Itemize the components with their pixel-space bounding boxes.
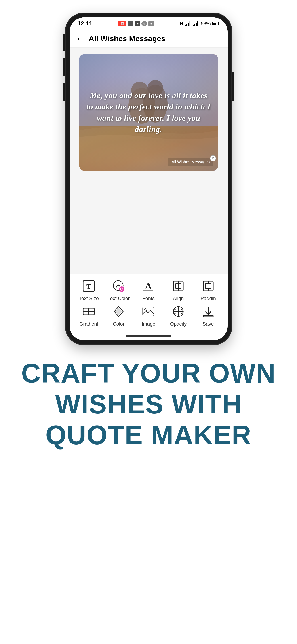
padding-icon <box>201 278 216 294</box>
text-color-label: Text Color <box>107 296 130 302</box>
padding-button[interactable]: Paddin <box>196 278 221 302</box>
image-button[interactable]: Image <box>136 304 161 327</box>
fonts-label: Fonts <box>142 296 155 302</box>
app-icon-4: ◎ <box>141 21 147 26</box>
text-size-button[interactable]: T Text Size <box>76 278 101 302</box>
status-app-icons: 🀄 ⊞ ◎ ◉ <box>118 21 154 26</box>
text-size-icon: T <box>81 278 96 294</box>
bottom-heading: CRAFT YOUR OWN WISHES WITH QUOTE MAKER <box>8 358 289 450</box>
svg-rect-2 <box>188 23 189 26</box>
status-time: 12:11 <box>77 20 92 27</box>
save-label: Save <box>203 321 214 327</box>
home-bar <box>126 335 171 337</box>
svg-point-22 <box>121 288 123 290</box>
text-color-button[interactable]: Text Color <box>106 278 131 302</box>
save-button[interactable]: Save <box>196 304 221 327</box>
bottom-toolbar: T Text Size <box>69 274 228 332</box>
svg-rect-6 <box>196 23 197 26</box>
padding-label: Paddin <box>201 296 216 302</box>
signal-icon <box>185 22 191 26</box>
craft-line-1: CRAFT YOUR OWN <box>21 358 276 389</box>
svg-text:T: T <box>86 283 91 290</box>
svg-point-40 <box>145 308 147 311</box>
nav-title: All Wishes Messages <box>89 34 166 43</box>
opacity-icon <box>171 304 186 319</box>
battery-text: 58% <box>201 21 211 26</box>
craft-line-3: QUOTE MAKER <box>21 420 276 450</box>
svg-rect-30 <box>206 283 211 289</box>
image-icon <box>141 304 156 319</box>
align-label: Align <box>173 296 184 302</box>
back-button[interactable]: ← <box>76 34 84 44</box>
fonts-icon: A <box>141 278 156 294</box>
svg-rect-1 <box>186 24 187 26</box>
battery-icon <box>212 22 220 26</box>
toolbar-row-1: T Text Size <box>74 278 223 302</box>
svg-rect-7 <box>197 22 198 26</box>
app-icon-5: ◉ <box>148 21 154 26</box>
fonts-button[interactable]: A Fonts <box>136 278 161 302</box>
svg-rect-39 <box>143 307 154 316</box>
app-icon-2 <box>128 21 133 26</box>
color-label: Color <box>113 321 125 327</box>
signal-icon-2 <box>193 22 199 26</box>
top-nav: ← All Wishes Messages <box>69 30 228 48</box>
phone-screen: 12:11 🀄 ⊞ ◎ <box>69 18 228 340</box>
text-size-label: Text Size <box>79 296 99 302</box>
gradient-label: Gradient <box>79 321 98 327</box>
app-icon-1: 🀄 <box>118 21 126 26</box>
gradient-button[interactable]: Gradient <box>76 304 101 327</box>
align-icon <box>171 278 186 294</box>
image-label: Image <box>142 321 155 327</box>
svg-rect-10 <box>213 22 216 25</box>
svg-rect-9 <box>219 23 219 24</box>
main-content: Me, you and our love is all it takes to … <box>69 48 228 274</box>
svg-rect-5 <box>194 24 195 26</box>
svg-rect-4 <box>193 24 194 26</box>
watermark-container: All Wishes Messages × <box>168 158 213 166</box>
svg-rect-46 <box>203 315 213 317</box>
status-bar: 12:11 🀄 ⊞ ◎ <box>69 18 228 30</box>
opacity-button[interactable]: Opacity <box>166 304 191 327</box>
text-color-icon <box>111 278 126 294</box>
craft-line-2: WISHES WITH <box>21 389 276 420</box>
align-button[interactable]: Align <box>166 278 191 302</box>
app-icon-3: ⊞ <box>135 21 140 26</box>
image-card: Me, you and our love is all it takes to … <box>79 54 218 170</box>
svg-rect-3 <box>189 22 190 26</box>
quote-text: Me, you and our love is all it takes to … <box>86 90 211 135</box>
page-wrapper: 12:11 🀄 ⊞ ◎ <box>0 0 297 644</box>
gradient-icon <box>81 304 96 319</box>
watermark-close-button[interactable]: × <box>210 155 216 162</box>
watermark: All Wishes Messages × <box>168 158 213 166</box>
phone-shell: 12:11 🀄 ⊞ ◎ <box>66 14 231 344</box>
opacity-label: Opacity <box>170 321 187 327</box>
color-button[interactable]: Color <box>106 304 131 327</box>
svg-rect-0 <box>185 24 186 26</box>
home-indicator <box>69 332 228 340</box>
color-icon <box>111 304 126 319</box>
status-right: N 58% <box>180 21 220 26</box>
save-icon <box>201 304 216 319</box>
nfc-icon: N <box>180 21 183 26</box>
svg-text:A: A <box>145 281 152 291</box>
toolbar-row-2: Gradient Color <box>74 304 223 327</box>
